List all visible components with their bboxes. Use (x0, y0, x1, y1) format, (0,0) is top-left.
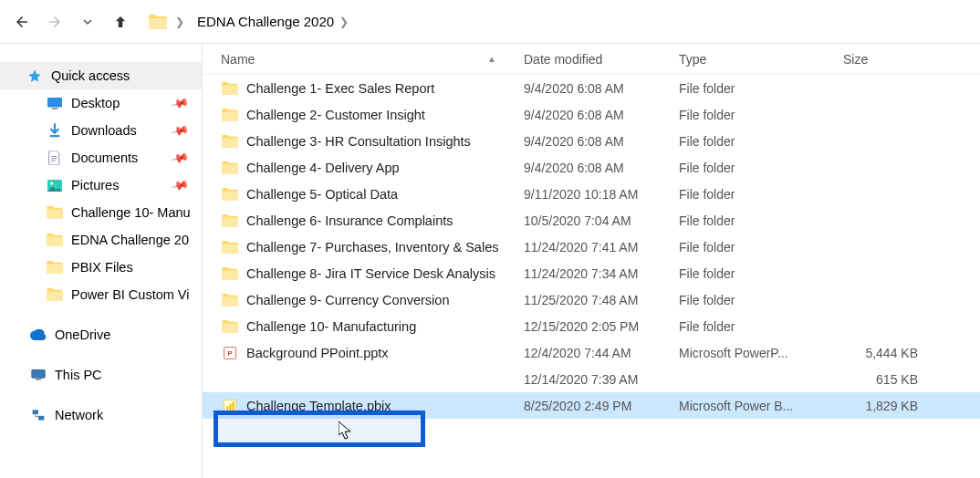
file-date: 11/24/2020 7:34 AM (524, 266, 679, 281)
folder-icon (221, 213, 239, 229)
file-name: Challenge 3- HR Consultation Insights (246, 134, 471, 149)
file-date: 12/15/2020 2:05 PM (524, 319, 679, 334)
pbix-icon (221, 398, 239, 414)
sidebar-network[interactable]: Network (0, 401, 202, 429)
address-folder-icon[interactable] (148, 12, 168, 32)
file-row[interactable]: Challenge 2- Customer Insight9/4/2020 6:… (203, 101, 980, 128)
folder-icon (46, 286, 64, 304)
file-row[interactable]: Challenge 10- Manufacturing12/15/2020 2:… (203, 313, 980, 339)
file-row[interactable]: Challenge 8- Jira IT Service Desk Analys… (203, 260, 980, 286)
sort-asc-icon: ▲ (487, 54, 496, 64)
svg-rect-4 (32, 369, 45, 378)
file-date: 11/25/2020 7:48 AM (524, 293, 679, 307)
file-date: 12/14/2020 7:39 AM (524, 372, 679, 387)
file-row[interactable]: PBackground PPoint.pptx12/4/2020 7:44 AM… (203, 339, 980, 366)
sidebar-quick-access[interactable]: Quick access (0, 62, 202, 89)
file-name: Challenge Template.pbix (246, 399, 391, 413)
folder-icon (221, 80, 239, 97)
file-row[interactable]: Challenge 6- Insurance Complaints10/5/20… (203, 207, 980, 234)
file-name: Challenge 7- Purchases, Inventory & Sale… (246, 240, 498, 255)
file-type: File folder (679, 161, 843, 175)
sidebar-onedrive[interactable]: OneDrive (0, 321, 202, 348)
file-date: 9/11/2020 10:18 AM (524, 187, 679, 202)
column-header-size[interactable]: Size (843, 52, 934, 67)
sidebar-item-label: Challenge 10- Manu (71, 205, 191, 220)
file-name: Challenge 9- Currency Conversion (246, 293, 449, 307)
svg-rect-1 (52, 108, 57, 109)
pictures-icon (46, 176, 64, 194)
column-header-row: Name ▲ Date modified Type Size (203, 44, 980, 75)
file-date: 10/5/2020 7:04 AM (524, 213, 679, 228)
navigation-pane: Quick access Desktop📌Downloads📌Documents… (0, 44, 203, 478)
none-icon (221, 371, 239, 388)
folder-icon (46, 258, 64, 276)
address-toolbar: ❯ EDNA Challenge 2020 ❯ (0, 0, 980, 44)
sidebar-item-label: Downloads (71, 123, 137, 138)
file-date: 9/4/2020 6:08 AM (524, 161, 679, 175)
file-row[interactable]: Challenge Template.pbix8/25/2020 2:49 PM… (203, 392, 980, 419)
column-label: Name (221, 52, 255, 67)
breadcrumb-item[interactable]: EDNA Challenge 2020 (197, 14, 334, 29)
downloads-icon (46, 121, 64, 140)
pin-icon: 📌 (170, 149, 189, 168)
file-size: 1,829 KB (843, 399, 934, 413)
nav-up-button[interactable] (108, 9, 133, 35)
breadcrumb-sep-icon: ❯ (175, 16, 184, 28)
sidebar-item-label: EDNA Challenge 20 (71, 233, 189, 247)
sidebar-item[interactable]: Documents📌 (0, 144, 202, 171)
column-header-date[interactable]: Date modified (524, 52, 679, 67)
sidebar-item[interactable]: Power BI Custom Vi (0, 281, 202, 308)
sidebar-item-label: Quick access (51, 68, 130, 83)
sidebar-item[interactable]: EDNA Challenge 20 (0, 226, 202, 254)
file-name: Challenge 10- Manufacturing (246, 319, 416, 334)
sidebar-item[interactable]: PBIX Files (0, 254, 202, 281)
file-row[interactable]: Challenge 9- Currency Conversion11/25/20… (203, 286, 980, 313)
svg-rect-6 (33, 410, 38, 414)
folder-icon (221, 186, 239, 203)
file-row[interactable]: Challenge 1- Exec Sales Report9/4/2020 6… (203, 75, 980, 101)
recent-locations-button[interactable] (75, 9, 100, 35)
file-type: File folder (679, 213, 843, 228)
column-header-name[interactable]: Name ▲ (203, 52, 524, 67)
file-size: 5,444 KB (843, 346, 934, 360)
svg-point-3 (50, 182, 53, 184)
file-type: Microsoft PowerP... (679, 346, 843, 360)
pin-icon: 📌 (170, 94, 189, 113)
folder-icon (221, 107, 239, 123)
file-type: File folder (679, 108, 843, 122)
file-list-pane: Name ▲ Date modified Type Size Challenge… (203, 44, 980, 478)
file-type: Microsoft Power B... (679, 399, 843, 413)
folder-icon (221, 133, 239, 150)
sidebar-item-label: Network (55, 408, 103, 422)
sidebar-this-pc[interactable]: This PC (0, 361, 202, 389)
svg-rect-0 (47, 98, 62, 107)
column-header-type[interactable]: Type (679, 52, 843, 67)
sidebar-item[interactable]: Downloads📌 (0, 117, 202, 144)
file-type: File folder (679, 240, 843, 255)
sidebar-item[interactable]: Pictures📌 (0, 171, 202, 199)
file-row[interactable]: Challenge 3- HR Consultation Insights9/4… (203, 128, 980, 154)
sidebar-item[interactable]: Challenge 10- Manu (0, 199, 202, 226)
file-row[interactable]: Challenge 7- Purchases, Inventory & Sale… (203, 234, 980, 260)
file-name: Challenge 8- Jira IT Service Desk Analys… (246, 266, 495, 281)
sidebar-item-label: Desktop (71, 96, 120, 110)
folder-icon (221, 318, 239, 335)
file-name: Challenge 2- Customer Insight (246, 108, 425, 122)
file-date: 12/4/2020 7:44 AM (524, 346, 679, 360)
file-row[interactable]: Challenge 5- Optical Data9/11/2020 10:18… (203, 181, 980, 207)
file-row[interactable]: Challenge 4- Delivery App9/4/2020 6:08 A… (203, 154, 980, 181)
file-type: File folder (679, 81, 843, 96)
nav-back-button[interactable] (9, 9, 35, 35)
file-row[interactable]: 12/14/2020 7:39 AM615 KB (203, 366, 980, 392)
pin-icon: 📌 (170, 121, 189, 140)
sidebar-item-label: Documents (71, 151, 138, 165)
onedrive-icon (29, 326, 47, 344)
folder-icon (221, 160, 239, 176)
folder-icon (46, 231, 64, 249)
file-date: 11/24/2020 7:41 AM (524, 240, 679, 255)
sidebar-item[interactable]: Desktop📌 (0, 89, 202, 117)
svg-rect-11 (226, 406, 228, 410)
nav-forward-button[interactable] (42, 9, 68, 35)
breadcrumb[interactable]: EDNA Challenge 2020 ❯ (197, 14, 349, 29)
folder-icon (221, 265, 239, 282)
